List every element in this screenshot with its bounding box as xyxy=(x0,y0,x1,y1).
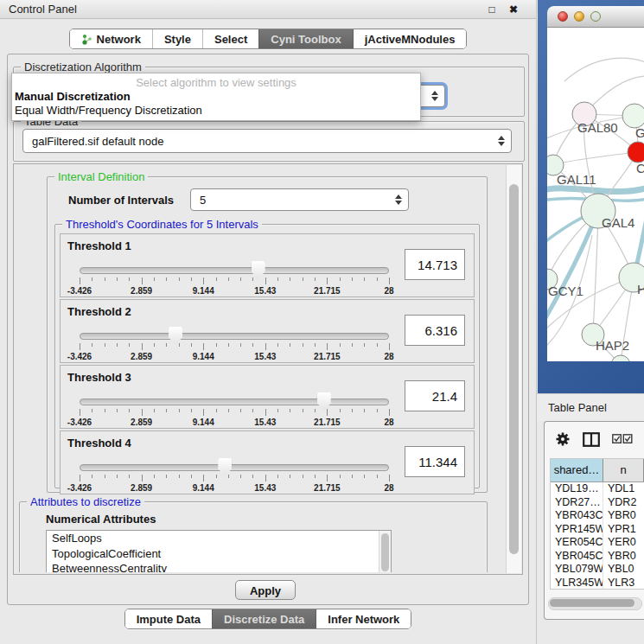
cell-shared-name[interactable]: YLR345W xyxy=(551,577,603,590)
apply-button[interactable]: Apply xyxy=(235,580,296,600)
tab-style[interactable]: Style xyxy=(152,29,202,48)
table-row[interactable]: YDL19…YDL1 xyxy=(551,482,644,496)
threshold-slider[interactable]: -3.4262.8599.14415.4321.71528 xyxy=(80,399,389,428)
slider-thumb[interactable] xyxy=(252,261,265,279)
table-data-combo[interactable]: galFiltered.sif default node xyxy=(22,129,512,153)
table-row[interactable]: YBR045CYBR0 xyxy=(551,550,644,564)
threshold-value-field[interactable]: 6.316 xyxy=(405,315,465,346)
settings-scrollbar[interactable] xyxy=(506,165,521,573)
slider-thumb[interactable] xyxy=(317,392,331,411)
network-nodes[interactable] xyxy=(547,102,644,361)
threshold-slider[interactable]: -3.4262.8599.14415.4321.71528 xyxy=(80,464,389,494)
float-window-icon[interactable]: □ xyxy=(484,0,500,19)
threshold-value-field[interactable]: 21.4 xyxy=(405,380,465,411)
cell-shared-name[interactable]: YBR043C xyxy=(551,509,603,523)
tab-discretize-data[interactable]: Discretize Data xyxy=(212,609,316,628)
cell-shared-name[interactable]: YER054C xyxy=(551,536,603,550)
table-panel-title: Table Panel xyxy=(548,401,607,414)
number-of-intervals-value: 5 xyxy=(200,194,206,207)
interval-definition-title: Interval Definition xyxy=(54,170,148,183)
network-node-label: H xyxy=(637,282,644,296)
threshold-label: Threshold 4 xyxy=(67,437,131,450)
list-scrollbar[interactable] xyxy=(379,531,391,572)
list-scrollbar-thumb[interactable] xyxy=(381,533,389,571)
number-of-intervals-combo[interactable]: 5 xyxy=(190,188,409,211)
threshold-slider[interactable]: -3.4262.8599.14415.4321.71528 xyxy=(80,267,389,296)
slider-track[interactable] xyxy=(80,267,389,274)
gear-icon[interactable] xyxy=(555,431,571,447)
bottom-tab-bar: Impute Data Discretize Data Infer Networ… xyxy=(0,609,536,629)
settings-content: Interval Definition Number of Intervals … xyxy=(16,166,505,572)
settings-scrollbar-thumb[interactable] xyxy=(509,184,519,554)
cell-shared-name[interactable]: YPR145W xyxy=(551,523,603,537)
screen: Control Panel □ ✖ Network xyxy=(0,0,644,644)
table-row[interactable]: YER054CYER0 xyxy=(551,536,644,550)
attributes-group: Attributes to discretize Numerical Attri… xyxy=(19,501,488,572)
cyni-toolbox-panel: Discretization Algorithm Table Data galF… xyxy=(7,54,529,605)
network-node[interactable] xyxy=(622,104,644,128)
cell-name[interactable]: YBR0 xyxy=(603,550,644,564)
cell-shared-name[interactable]: YDL19… xyxy=(551,482,603,496)
tab-cyni-toolbox[interactable]: Cyni Toolbox xyxy=(258,29,352,48)
cell-name[interactable]: YDR2 xyxy=(603,496,644,510)
cell-name[interactable]: YLR3 xyxy=(603,577,644,590)
table-row[interactable]: YBR043CYBR0 xyxy=(551,509,644,523)
popup-item-equal-width[interactable]: Equal Width/Frequency Discretization xyxy=(12,104,420,118)
tab-impute-data[interactable]: Impute Data xyxy=(125,609,212,628)
table-row[interactable]: YBL079WYBL0 xyxy=(551,563,644,577)
cell-name[interactable]: YBL0 xyxy=(603,563,644,577)
slider-ticks xyxy=(80,343,389,351)
slider-track[interactable] xyxy=(80,333,389,340)
node-table-header: shared… n xyxy=(551,459,644,482)
cell-shared-name[interactable]: YDR27… xyxy=(551,496,603,510)
thresholds-group: Threshold's Coordinates for 5 Intervals … xyxy=(54,224,480,488)
threshold-slider[interactable]: -3.4262.8599.14415.4321.71528 xyxy=(80,333,389,362)
slider-track[interactable] xyxy=(80,399,389,405)
cell-name[interactable]: YBR0 xyxy=(603,509,644,523)
threshold-value-field[interactable]: 14.713 xyxy=(405,249,465,280)
table-row[interactable]: YPR145WYPR1 xyxy=(551,523,644,537)
cell-name[interactable]: YDL1 xyxy=(603,482,644,496)
network-canvas[interactable]: GAL80GACGAL11GAL4GCY1HHAP2 xyxy=(547,28,644,361)
tab-jactivemnodules[interactable]: jActiveMNodules xyxy=(353,29,467,48)
settings-scrollpane: Interval Definition Number of Intervals … xyxy=(13,163,523,575)
slider-thumb[interactable] xyxy=(169,327,182,345)
slider-track[interactable] xyxy=(80,464,389,471)
minimize-traffic-light-icon[interactable] xyxy=(574,11,584,22)
close-panel-icon[interactable]: ✖ xyxy=(506,0,521,19)
popup-item-manual-discretization[interactable]: Manual Discretization xyxy=(12,90,420,104)
cell-shared-name[interactable]: YBL079W xyxy=(551,563,603,577)
network-node[interactable] xyxy=(628,142,644,163)
table-row[interactable]: YDR27…YDR2 xyxy=(551,496,644,510)
columns-icon[interactable] xyxy=(583,432,600,447)
cell-shared-name[interactable]: YBR045C xyxy=(551,550,603,564)
threshold-value-field[interactable]: 11.344 xyxy=(405,446,465,477)
table-panel-toolbar xyxy=(545,422,644,456)
select-columns-checkboxes-icon[interactable] xyxy=(612,434,633,444)
threshold-label: Threshold 1 xyxy=(67,239,131,252)
table-row[interactable]: YLR345WYLR3 xyxy=(551,577,644,590)
tab-infer-network[interactable]: Infer Network xyxy=(316,609,411,628)
close-traffic-light-icon[interactable] xyxy=(558,11,568,22)
numerical-attributes-list[interactable]: SelfLoopsTopologicalCoefficientBetweenne… xyxy=(46,530,392,572)
attribute-list-item[interactable]: BetweennessCentrality xyxy=(47,561,391,572)
right-pane: GAL80GACGAL11GAL4GCY1HHAP2 Table Panel xyxy=(537,0,644,644)
network-node-label: GAL80 xyxy=(577,120,618,135)
column-header-shared-name[interactable]: shared… xyxy=(551,459,603,481)
network-node[interactable] xyxy=(611,355,630,361)
cell-name[interactable]: YPR1 xyxy=(603,523,644,537)
column-header-name[interactable]: n xyxy=(603,459,644,481)
slider-thumb[interactable] xyxy=(218,458,232,476)
table-hscrollbar-thumb[interactable] xyxy=(550,599,634,607)
table-hscrollbar[interactable] xyxy=(548,597,642,610)
attribute-list-item[interactable]: SelfLoops xyxy=(47,531,391,546)
threshold-panel: Threshold 3-3.4262.8599.14415.4321.71528… xyxy=(60,365,475,429)
tab-network[interactable]: Network xyxy=(70,29,152,48)
zoom-traffic-light-icon[interactable] xyxy=(590,11,601,22)
cell-name[interactable]: YER0 xyxy=(603,536,644,550)
tab-select[interactable]: Select xyxy=(202,29,258,48)
interval-definition-group: Interval Definition Number of Intervals … xyxy=(47,176,488,493)
threshold-panel: Threshold 1-3.4262.8599.14415.4321.71528… xyxy=(60,233,475,297)
threshold-label: Threshold 3 xyxy=(67,371,131,384)
attribute-list-item[interactable]: TopologicalCoefficient xyxy=(47,546,391,562)
